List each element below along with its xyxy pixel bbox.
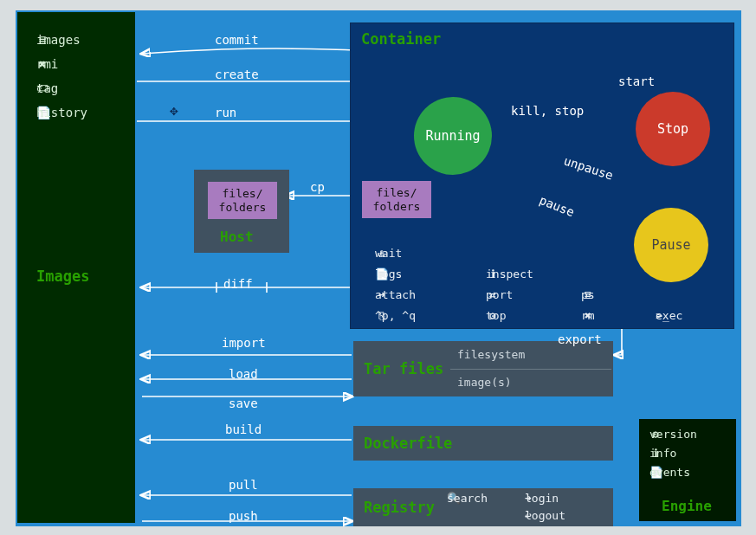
dockerfile-panel: Dockerfile (353, 426, 613, 461)
lbl-run: run (215, 106, 236, 119)
lbl-commit: commit (215, 33, 259, 47)
host-files-folders: files/folders (208, 182, 277, 219)
docker-lifecycle-diagram: ≣images ✖rmi 🏷tag 📄history Images Contai… (16, 10, 741, 526)
lbl-pull: pull (229, 478, 258, 492)
container-title: Container (361, 30, 441, 48)
tar-row-images: image(s) (457, 376, 512, 389)
container-panel: Container ⚓wait 📄logs ➜attach ⎘^p, ^q ℹi… (350, 23, 734, 329)
lbl-create: create (215, 68, 259, 81)
host-title: Host (220, 229, 254, 245)
images-panel: ≣images ✖rmi 🏷tag 📄history Images (17, 12, 135, 523)
images-title: Images (36, 268, 89, 285)
state-running: Running (414, 97, 492, 175)
state-pause: Pause (634, 208, 708, 282)
lbl-diff: diff (223, 277, 253, 291)
lbl-save: save (229, 396, 258, 410)
lbl-cp: cp (310, 180, 325, 194)
tar-panel: Tar files filesystem image(s) (353, 341, 613, 396)
move-cursor-icon: ✥ (170, 102, 178, 119)
divider (450, 369, 611, 370)
state-stop: Stop (636, 92, 710, 166)
dockerfile-title: Dockerfile (364, 435, 452, 452)
registry-panel: Registry 🔍search ➜login ↩logout (353, 488, 613, 526)
registry-title: Registry (364, 499, 435, 516)
lbl-import: import (222, 336, 266, 350)
lbl-load: load (229, 367, 258, 381)
engine-panel: ⚙version ℹinfo 📄events Engine (639, 419, 736, 521)
host-panel: files/folders Host (194, 170, 289, 253)
engine-title: Engine (662, 498, 712, 514)
lbl-build: build (225, 422, 262, 436)
tar-row-filesystem: filesystem (457, 348, 525, 361)
tar-title: Tar files (364, 360, 443, 377)
lbl-killstop: kill, stop (511, 104, 584, 118)
container-files-folders: files/folders (362, 181, 431, 218)
lbl-start: start (618, 74, 655, 88)
lbl-export: export (558, 332, 602, 346)
lbl-push: push (229, 509, 258, 523)
